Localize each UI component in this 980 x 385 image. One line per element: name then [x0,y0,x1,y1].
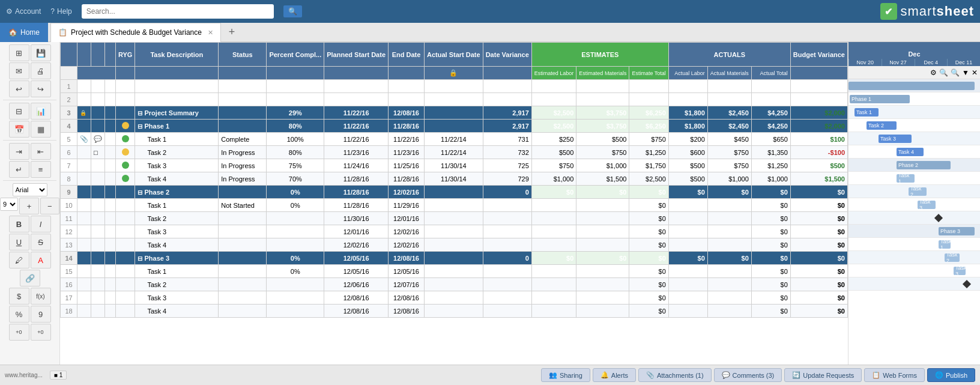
est-total-17[interactable]: $0 [629,291,668,305]
act-labor-10[interactable] [668,199,707,212]
est-materials-14[interactable]: $0 [576,252,629,265]
status-17[interactable] [219,291,267,305]
date-variance-14[interactable]: 0 [483,252,531,265]
budget-variance-5[interactable]: $100 [790,133,847,146]
italic-button[interactable]: I [31,216,51,232]
act-labor-3[interactable]: $1,800 [668,106,707,120]
status-13[interactable] [219,238,267,252]
end-date-12[interactable]: 12/02/16 [389,225,425,238]
date-variance-10[interactable] [483,199,531,212]
search-button[interactable]: 🔍 [283,5,302,17]
grid-view-button[interactable]: ⊞ [9,44,29,61]
percent-button[interactable]: % [9,306,29,323]
planned-start-11[interactable]: 11/30/16 [324,212,389,225]
actual-start-3[interactable] [425,106,483,120]
task-desc-9[interactable]: ⊟ Phase 2 [135,186,219,199]
budget-variance-13[interactable]: $0 [790,238,847,252]
act-materials-13[interactable] [707,238,751,252]
task-desc-14[interactable]: ⊟ Phase 3 [135,252,219,265]
print-button[interactable]: 🖨 [31,62,51,79]
end-date-16[interactable]: 12/07/16 [389,278,425,291]
home-tab[interactable]: 🏠 Home [0,23,48,42]
est-total-8[interactable]: $2,500 [629,172,668,186]
email-button[interactable]: ✉ [9,62,29,79]
est-total-5[interactable]: $750 [629,133,668,146]
act-labor-8[interactable]: $500 [668,172,707,186]
est-materials-10[interactable] [576,199,629,212]
est-labor-18[interactable] [531,305,576,318]
pct-16[interactable] [267,278,324,291]
pct-6[interactable]: 80% [267,146,324,159]
data-row-7[interactable]: 7Task 3In Progress75%11/24/1611/25/1611/… [61,159,848,172]
data-row-12[interactable]: 12Task 312/01/1612/02/16$0$0$0 [61,225,848,238]
act-materials-5[interactable]: $450 [707,133,751,146]
est-total-18[interactable]: $0 [629,305,668,318]
end-date-13[interactable]: 12/02/16 [389,238,425,252]
bold-button[interactable]: B [9,216,29,232]
gantt-close-icon[interactable]: ✕ [972,68,978,77]
act-materials-18[interactable] [707,305,751,318]
col-pct-header[interactable]: Percent Compl... [267,43,324,67]
publish-tab[interactable]: 🌐 Publish [927,368,975,382]
font-selector[interactable]: Arial [13,183,47,196]
actual-start-14[interactable] [425,252,483,265]
est-labor-4[interactable]: $2,500 [531,120,576,133]
link-button[interactable]: 🔗 [20,270,40,286]
date-variance-3[interactable]: 2,917 [483,106,531,120]
date-variance-6[interactable]: 732 [483,146,531,159]
pct-8[interactable]: 70% [267,172,324,186]
pct-3[interactable]: 29% [267,106,324,120]
act-total-13[interactable]: $0 [751,238,790,252]
act-materials-16[interactable] [707,278,751,291]
align-button[interactable]: ≡ [31,161,51,178]
est-total-10[interactable]: $0 [629,199,668,212]
pct-10[interactable]: 0% [267,199,324,212]
task-desc-6[interactable]: Task 2 [135,146,219,159]
act-materials-6[interactable]: $750 [707,146,751,159]
date-variance-9[interactable]: 0 [483,186,531,199]
est-materials-15[interactable] [576,265,629,278]
act-labor-18[interactable] [668,305,707,318]
end-date-17[interactable]: 12/08/16 [389,291,425,305]
font-decrease-button[interactable]: − [40,198,59,214]
end-date-8[interactable]: 11/28/16 [389,172,425,186]
comma-button[interactable]: 9 [31,306,51,323]
act-total-3[interactable]: $4,250 [751,106,790,120]
est-materials-16[interactable] [576,278,629,291]
data-row-16[interactable]: 16Task 212/06/1612/07/16$0$0$0 [61,278,848,291]
est-materials-7[interactable]: $1,000 [576,159,629,172]
actual-start-8[interactable]: 11/30/14 [425,172,483,186]
wrap-button[interactable]: ↵ [9,161,29,178]
data-row-17[interactable]: 17Task 312/08/1612/08/16$0$0$0 [61,291,848,305]
sharing-tab[interactable]: 👥 Sharing [541,368,590,382]
budget-variance-3[interactable]: $2,000 [790,106,847,120]
data-row-4[interactable]: 4⊟ Phase 180%11/22/1611/28/162,917$2,500… [61,120,848,133]
gantt-button[interactable]: 📊 [31,103,51,120]
act-labor-17[interactable] [668,291,707,305]
task-desc-13[interactable]: Task 4 [135,238,219,252]
est-materials-8[interactable]: $1,500 [576,172,629,186]
act-materials-12[interactable] [707,225,751,238]
est-materials-17[interactable] [576,291,629,305]
pct-14[interactable]: 0% [267,252,324,265]
task-desc-15[interactable]: Task 1 [135,265,219,278]
act-labor-7[interactable]: $500 [668,159,707,172]
task-desc-8[interactable]: Task 4 [135,172,219,186]
pct-9[interactable]: 0% [267,186,324,199]
dec-increase-button[interactable]: +0 [31,324,51,341]
act-materials-4[interactable]: $2,450 [707,120,751,133]
status-11[interactable] [219,212,267,225]
task-desc-18[interactable]: Task 4 [135,305,219,318]
date-variance-8[interactable]: 729 [483,172,531,186]
task-desc-16[interactable]: Task 2 [135,278,219,291]
date-variance-17[interactable] [483,291,531,305]
budget-variance-7[interactable]: $500 [790,159,847,172]
actual-start-11[interactable] [425,212,483,225]
account-menu[interactable]: ⚙ Account [6,7,41,16]
indent-button[interactable]: ⇥ [9,143,29,160]
act-total-9[interactable]: $0 [751,186,790,199]
data-row-11[interactable]: 11Task 211/30/1612/01/16$0$0$0 [61,212,848,225]
act-total-7[interactable]: $1,250 [751,159,790,172]
task-desc-4[interactable]: ⊟ Phase 1 [135,120,219,133]
text-color-button[interactable]: A [31,252,51,268]
